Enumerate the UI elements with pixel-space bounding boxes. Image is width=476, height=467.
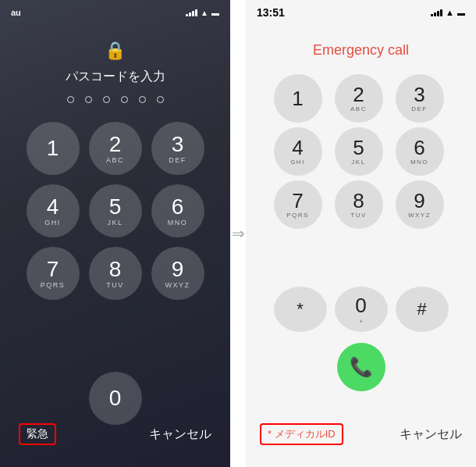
num-btn-0-left[interactable]: 0 <box>89 372 142 425</box>
left-phone-screen: au ▲ ▬ 🔒 パスコードを入力 1 2 ABC <box>0 0 230 467</box>
num-btn-9-left[interactable]: 9 WXYZ <box>151 247 204 300</box>
status-bar-right: 13:51 ▲ ▬ <box>246 0 476 19</box>
emergency-call-title: Emergency call <box>313 42 409 59</box>
num-btn-3-right[interactable]: 3 DEF <box>396 74 444 123</box>
cancel-button-left[interactable]: キャンセル <box>149 426 211 443</box>
bottom-bar-right: * メディカルID キャンセル <box>246 423 476 445</box>
numpad-left: 1 2 ABC 3 DEF 4 GHI 5 JKL 6 MNO 7 PQRS 8 <box>27 122 204 362</box>
num-btn-9-right[interactable]: 9 WXYZ <box>396 180 444 229</box>
carrier-text: au <box>11 8 21 17</box>
num-btn-5-right[interactable]: 5 JKL <box>335 127 383 176</box>
star-button[interactable]: * <box>274 287 327 332</box>
battery-icon-left: ▬ <box>211 9 219 17</box>
num-btn-6-right[interactable]: 6 MNO <box>396 127 444 176</box>
emergency-button[interactable]: 緊急 <box>19 423 56 445</box>
hash-button[interactable]: # <box>396 287 449 332</box>
dot-5 <box>139 96 146 103</box>
dot-3 <box>103 96 110 103</box>
signal-bars-left <box>186 9 197 16</box>
wifi-icon-left: ▲ <box>201 9 208 17</box>
num-btn-4-right[interactable]: 4 GHI <box>274 127 322 176</box>
passcode-dots <box>67 96 164 103</box>
num-btn-8-left[interactable]: 8 TUV <box>89 247 142 300</box>
arrow-right-icon: ⇒ <box>232 224 245 243</box>
num-btn-6-left[interactable]: 6 MNO <box>151 184 204 237</box>
wifi-icon-right: ▲ <box>446 8 454 17</box>
dot-4 <box>121 96 128 103</box>
dot-1 <box>67 96 74 103</box>
num-btn-2-left[interactable]: 2 ABC <box>89 122 142 175</box>
zero-label: 0 <box>355 294 366 318</box>
zero-sub: + <box>359 318 363 325</box>
num-btn-1-right[interactable]: 1 <box>274 74 322 123</box>
right-phone-screen: 13:51 ▲ ▬ Emergency call 1 2 ABC 3 DEF 4 <box>246 0 476 467</box>
zero-button[interactable]: 0 + <box>335 287 388 332</box>
cancel-button-right[interactable]: キャンセル <box>400 426 462 443</box>
call-icon: 📞 <box>350 356 373 378</box>
star-label: * <box>297 299 304 319</box>
signal-bars-right <box>431 9 442 16</box>
status-icons-right: ▲ ▬ <box>431 8 465 17</box>
battery-icon-right: ▬ <box>457 9 465 17</box>
num-btn-4-left[interactable]: 4 GHI <box>27 184 80 237</box>
zero-row-left: 0 <box>89 372 142 425</box>
num-btn-5-left[interactable]: 5 JKL <box>89 184 142 237</box>
num-btn-7-right[interactable]: 7 PQRS <box>274 180 322 229</box>
arrow-container: ⇒ <box>230 0 246 467</box>
time-display: 13:51 <box>257 6 285 19</box>
status-icons-left: ▲ ▬ <box>186 9 219 17</box>
num-btn-8-right[interactable]: 8 TUV <box>335 180 383 229</box>
lock-icon: 🔒 <box>105 41 126 61</box>
num-btn-7-left[interactable]: 7 PQRS <box>27 247 80 300</box>
special-row: * 0 + # <box>274 287 449 332</box>
passcode-label: パスコードを入力 <box>66 69 165 85</box>
num-btn-1-left[interactable]: 1 <box>27 122 80 175</box>
medical-id-button[interactable]: * メディカルID <box>260 423 343 445</box>
numpad-right: 1 2 ABC 3 DEF 4 GHI 5 JKL 6 MNO 7 PQRS 8… <box>274 74 449 279</box>
status-bar-left: au ▲ ▬ <box>0 0 230 19</box>
hash-label: # <box>417 299 426 319</box>
num-btn-3-left[interactable]: 3 DEF <box>151 122 204 175</box>
dot-6 <box>157 96 164 103</box>
bottom-bar-left: 緊急 キャンセル <box>0 423 230 445</box>
num-btn-2-right[interactable]: 2 ABC <box>335 74 383 123</box>
dot-2 <box>85 96 92 103</box>
call-button[interactable]: 📞 <box>337 343 385 391</box>
